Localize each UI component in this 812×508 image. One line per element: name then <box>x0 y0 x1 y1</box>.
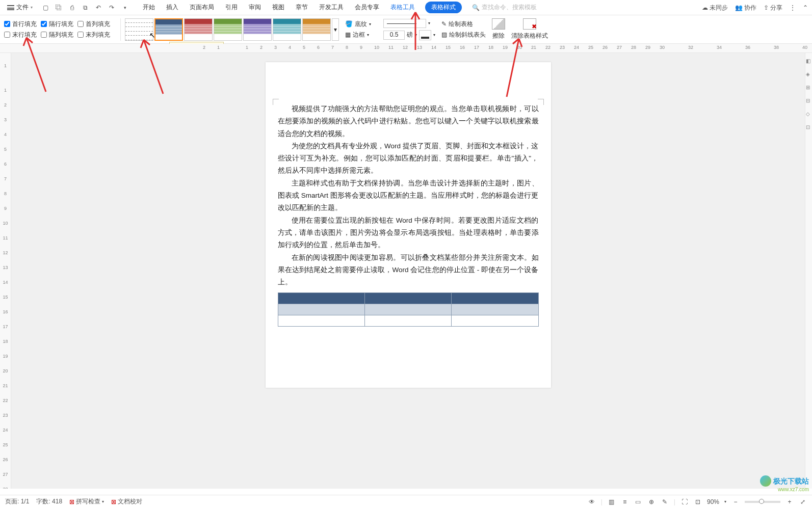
paragraph-3: 主题和样式也有助于文档保持协调。当您单击设计并选择新的主题时，图片、图表或 Sm… <box>278 177 539 215</box>
new-icon[interactable]: ▢ <box>41 3 50 12</box>
preview-icon[interactable]: ⧉ <box>81 3 90 12</box>
style-thumb-orange[interactable] <box>302 18 331 41</box>
tab-table-tools[interactable]: 表格工具 <box>389 1 416 14</box>
line-width-input[interactable]: 0.5 <box>383 31 405 40</box>
zoom-out-button[interactable]: − <box>731 498 740 506</box>
zoom-slider[interactable] <box>745 501 780 503</box>
collapse-ribbon-icon[interactable]: ⌃ <box>803 4 808 11</box>
style-thumb-red[interactable] <box>184 18 213 41</box>
more-icon[interactable]: ⋮ <box>790 4 796 11</box>
check-alt-col[interactable]: 隔列填充 <box>41 31 73 39</box>
proof-button[interactable]: ⊠文档校对 <box>111 497 142 506</box>
clear-icon: ✖ <box>523 18 536 30</box>
tab-insert[interactable]: 插入 <box>165 1 179 14</box>
clear-style-button[interactable]: ✖ 清除表格样式 <box>511 18 548 40</box>
document-page: 视频提供了功能强大的方法帮助您证明您的观点。当您单击联机视频时，可以在想要添加的… <box>266 62 551 388</box>
side-icon-5[interactable]: ◇ <box>806 111 812 117</box>
view-mode-4-icon[interactable]: ⊕ <box>647 498 656 506</box>
style-thumb-teal[interactable] <box>273 18 301 41</box>
style-thumb-plain[interactable] <box>125 18 153 41</box>
check-last-col[interactable]: 末列填充 <box>77 31 110 39</box>
spell-check-button[interactable]: ⊠拼写检查▾ <box>69 497 104 506</box>
zoom-level[interactable]: 90% <box>707 498 719 505</box>
check-first-col[interactable]: 首列填充 <box>77 20 110 29</box>
eye-icon[interactable]: 👁 <box>588 498 596 506</box>
fill-options: 首行填充 隔行填充 首列填充 末行填充 隔列填充 末列填充 <box>4 20 110 39</box>
paragraph-1: 视频提供了功能强大的方法帮助您证明您的观点。当您单击联机视频时，可以在想要添加的… <box>278 103 539 140</box>
line-color-picker[interactable] <box>419 30 431 40</box>
view-mode-1-icon[interactable]: ▥ <box>608 498 616 506</box>
word-count[interactable]: 字数: 418 <box>36 497 62 506</box>
side-icon-1[interactable]: ◧ <box>806 58 812 64</box>
document-table[interactable] <box>278 292 539 327</box>
x-icon: ⊠ <box>69 498 74 505</box>
tab-table-style[interactable]: 表格样式 <box>425 2 462 13</box>
search-icon: 🔍 <box>472 4 480 11</box>
table-row <box>278 304 538 315</box>
draw-diag-button[interactable]: ▨绘制斜线表头 <box>441 31 486 39</box>
shading-border-group: 🪣底纹▾ ▦边框▾ <box>345 20 371 39</box>
redo-icon[interactable]: ↷ <box>107 3 116 12</box>
print-icon[interactable]: ⎙ <box>67 3 76 12</box>
zoom-in-button[interactable]: + <box>785 498 794 506</box>
style-thumb-green[interactable] <box>214 18 242 41</box>
view-mode-5-icon[interactable]: ✎ <box>661 498 669 506</box>
chevron-down-icon: ▾ <box>31 5 33 10</box>
check-first-row[interactable]: 首行填充 <box>4 20 37 29</box>
pencil-icon: ✎ <box>441 20 447 28</box>
tab-member[interactable]: 会员专享 <box>354 1 380 14</box>
style-gallery-more[interactable]: ▾ <box>332 18 339 41</box>
erase-button[interactable]: 擦除 <box>492 18 505 40</box>
tab-section[interactable]: 章节 <box>295 1 309 14</box>
file-menu[interactable]: 文件 ▾ <box>4 3 36 12</box>
fullscreen-icon[interactable]: ⤢ <box>799 498 807 506</box>
open-icon[interactable]: ⿻ <box>54 3 63 12</box>
check-icon: ⊠ <box>111 498 116 505</box>
side-icon-2[interactable]: ◈ <box>806 71 812 77</box>
side-icon-3[interactable]: ⊞ <box>806 85 812 91</box>
ruler-icon[interactable]: ⊡ <box>694 498 702 506</box>
right-sidebar: ◧ ◈ ⊞ ⊟ ◇ ⊡ <box>805 53 812 489</box>
sync-button[interactable]: ☁未同步 <box>702 4 728 12</box>
tab-layout[interactable]: 页面布局 <box>189 1 215 14</box>
table-style-gallery: ▾ <box>125 18 339 41</box>
undo-icon[interactable]: ↶ <box>94 3 103 12</box>
tab-home[interactable]: 开始 <box>142 1 156 14</box>
people-icon: 👥 <box>735 4 743 11</box>
shading-button[interactable]: 🪣底纹▾ <box>345 20 371 29</box>
eraser-icon <box>492 18 505 30</box>
search-placeholder: 查找命令、搜索模板 <box>482 3 537 12</box>
style-thumb-blue[interactable] <box>154 18 183 41</box>
page-area[interactable]: 视频提供了功能强大的方法帮助您证明您的观点。当您单击联机视频时，可以在想要添加的… <box>11 53 805 489</box>
line-style-dropdown[interactable] <box>383 19 426 28</box>
tab-view[interactable]: 视图 <box>271 1 285 14</box>
tab-reference[interactable]: 引用 <box>224 1 239 14</box>
fit-icon[interactable]: ⛶ <box>680 498 689 506</box>
bucket-icon: 🪣 <box>345 20 353 28</box>
coop-button[interactable]: 👥协作 <box>735 4 756 12</box>
side-icon-6[interactable]: ⊡ <box>806 124 812 130</box>
check-alt-row[interactable]: 隔行填充 <box>41 20 73 29</box>
ribbon: 首行填充 隔行填充 首列填充 末行填充 隔列填充 末列填充 ▾ 🪣底纹▾ ▦边框… <box>0 15 812 44</box>
check-last-row[interactable]: 末行填充 <box>4 31 37 39</box>
vertical-ruler[interactable]: 1123456789101112131415161718192021222324… <box>0 53 11 489</box>
dropdown-icon[interactable]: ▾ <box>120 3 129 12</box>
view-mode-3-icon[interactable]: ▭ <box>634 498 642 506</box>
tab-dev[interactable]: 开发工具 <box>318 1 345 14</box>
border-icon: ▦ <box>345 31 351 38</box>
side-icon-4[interactable]: ⊟ <box>806 98 812 104</box>
line-unit: 磅 <box>407 31 413 39</box>
draw-table-button[interactable]: ✎绘制表格 <box>441 20 486 29</box>
border-button[interactable]: ▦边框▾ <box>345 31 371 39</box>
horizontal-ruler[interactable]: 2112345678910111213141516171819202122232… <box>0 44 812 53</box>
quick-access-toolbar: ▢ ⿻ ⎙ ⧉ ↶ ↷ ▾ <box>41 3 129 12</box>
view-mode-2-icon[interactable]: ≡ <box>621 498 629 506</box>
file-label: 文件 <box>16 3 29 12</box>
tab-review[interactable]: 审阅 <box>248 1 262 14</box>
command-search[interactable]: 🔍 查找命令、搜索模板 <box>472 3 537 12</box>
share-button[interactable]: ⇪分享 <box>764 4 782 12</box>
line-style-group: ▾ 0.5 磅▾ ▾ <box>377 19 435 40</box>
style-thumb-purple[interactable] <box>243 18 272 41</box>
ribbon-tabs: 开始 插入 页面布局 引用 审阅 视图 章节 开发工具 会员专享 表格工具 表格… <box>142 1 462 14</box>
page-status[interactable]: 页面: 1/1 <box>5 497 29 506</box>
